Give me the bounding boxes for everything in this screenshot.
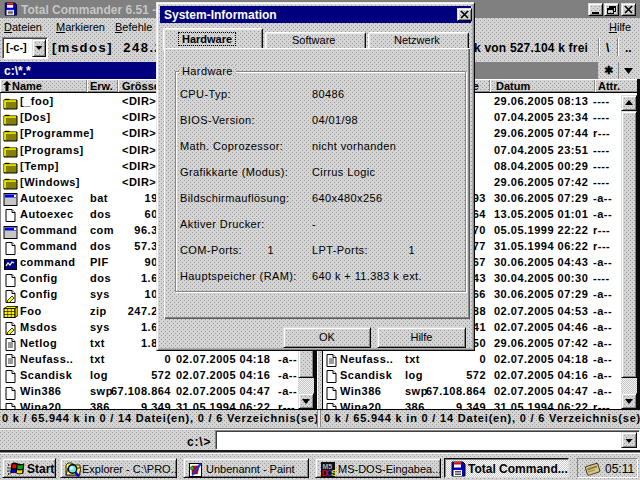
svg-text:S: S [331, 468, 336, 478]
